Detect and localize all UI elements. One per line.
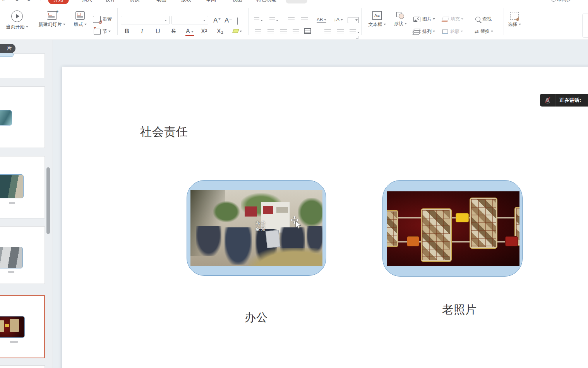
decrease-font-button[interactable]: A⁻ bbox=[225, 16, 232, 24]
tab-slideshow[interactable]: 放映 bbox=[181, 0, 191, 4]
fill-icon bbox=[441, 17, 449, 22]
bullet-list-button[interactable] bbox=[254, 17, 263, 24]
tab-special-features[interactable]: 特色功能 bbox=[256, 0, 276, 4]
numbered-list-button[interactable] bbox=[269, 17, 278, 24]
increase-indent-button[interactable] bbox=[301, 17, 308, 24]
slide-canvas[interactable]: 社会责任 办公 全景 bbox=[62, 67, 588, 368]
right-image-caption[interactable]: 老照片 bbox=[442, 302, 477, 318]
account-sync-status[interactable]: 未同步 bbox=[551, 0, 571, 3]
reset-button[interactable]: 重置 bbox=[93, 16, 112, 23]
tab-design[interactable]: 设计 bbox=[105, 0, 115, 4]
tab-animation[interactable]: 动画 bbox=[156, 0, 166, 4]
distribute-icon bbox=[304, 28, 311, 34]
slide-title[interactable]: 社会责任 bbox=[140, 124, 188, 140]
outline-button[interactable]: 轮廓 bbox=[442, 28, 463, 35]
numbered-list-icon bbox=[269, 17, 275, 22]
superscript-button[interactable]: X² bbox=[201, 28, 207, 35]
slide-thumbnail-6[interactable] bbox=[0, 365, 45, 368]
distribute-button[interactable] bbox=[304, 28, 311, 35]
increase-indent-icon bbox=[301, 17, 308, 22]
member-pill[interactable] bbox=[286, 0, 307, 3]
layout-icon bbox=[75, 11, 85, 20]
decrease-indent-icon bbox=[288, 17, 295, 22]
italic-button[interactable]: I bbox=[141, 28, 143, 35]
clear-format-button[interactable] bbox=[237, 18, 238, 25]
quick-access-dropdown-icon[interactable] bbox=[38, 0, 41, 2]
microphone-muted-icon[interactable] bbox=[540, 94, 555, 107]
speaking-label: 正在讲话: bbox=[555, 97, 581, 104]
char-spacing-button[interactable]: AB bbox=[317, 17, 326, 23]
redo-icon[interactable]: ↻ bbox=[26, 0, 31, 3]
slide-thumbnail-3[interactable] bbox=[0, 156, 45, 218]
fill-button[interactable]: 填充 bbox=[442, 16, 463, 22]
slide-thumbnail-panel: 片 bbox=[0, 40, 53, 368]
ribbon-toolbar: 当页开始 + 新建幻灯片 版式 重置 节 A⁺ A⁻ B I U S A X² … bbox=[0, 4, 588, 40]
decrease-indent-button[interactable] bbox=[288, 17, 295, 24]
old-photos-label-tag-1 bbox=[456, 213, 469, 222]
old-photos-photo[interactable] bbox=[387, 191, 519, 266]
tab-insert[interactable]: 插入 bbox=[82, 0, 92, 4]
font-size-select[interactable] bbox=[171, 16, 208, 24]
font-name-select[interactable] bbox=[121, 16, 170, 24]
picture-button[interactable]: 图片 bbox=[413, 16, 435, 22]
undo-icon[interactable]: ↺ bbox=[15, 0, 20, 3]
shape-icon bbox=[396, 12, 404, 19]
reset-icon bbox=[93, 16, 101, 23]
textbox-button[interactable]: A≡ 文本框 bbox=[366, 11, 388, 28]
sidebar-scrollbar[interactable] bbox=[46, 167, 50, 234]
select-button[interactable]: 选择 bbox=[506, 12, 523, 28]
print-preview-icon[interactable]: ⌕ bbox=[2, 0, 5, 3]
replace-button[interactable]: ⇄ 替换 bbox=[475, 28, 493, 35]
align-text-button[interactable] bbox=[348, 17, 359, 23]
align-text-icon bbox=[349, 18, 354, 22]
bold-button[interactable]: B bbox=[125, 28, 129, 35]
bullet-list-icon bbox=[254, 17, 259, 22]
justify-button[interactable] bbox=[293, 29, 299, 36]
section-button[interactable]: 节 bbox=[94, 28, 111, 35]
align-center-icon bbox=[267, 29, 274, 34]
shape-button[interactable]: 形状 bbox=[391, 12, 410, 27]
slide-thumbnail-2[interactable] bbox=[0, 86, 45, 148]
tab-home[interactable]: 开始 bbox=[48, 0, 69, 4]
align-center-button[interactable] bbox=[267, 29, 274, 36]
play-icon bbox=[11, 10, 23, 22]
start-from-current-button[interactable]: 当页开始 bbox=[2, 10, 32, 30]
highlight-button[interactable] bbox=[233, 28, 242, 34]
tab-view[interactable]: 视图 bbox=[232, 0, 242, 4]
new-slide-button[interactable]: + 新建幻灯片 bbox=[36, 11, 68, 28]
text-direction-button[interactable]: ↓A bbox=[334, 17, 343, 22]
slide-thumbnail-5-selected[interactable] bbox=[0, 295, 45, 358]
font-color-button[interactable]: A bbox=[185, 28, 194, 36]
align-right-button[interactable] bbox=[280, 29, 287, 36]
tab-bar: ⌕ ↺ ↻ 开始 插入 设计 切换 动画 放映 审阅 视图 特色功能 未同步 bbox=[0, 0, 588, 4]
picture-icon bbox=[413, 17, 420, 22]
strikethrough-button[interactable]: S bbox=[171, 28, 176, 35]
highlighter-icon bbox=[232, 29, 239, 33]
line-spacing-down-button[interactable] bbox=[337, 29, 344, 36]
line-spacing-up-button[interactable] bbox=[324, 29, 331, 36]
section-icon bbox=[94, 29, 101, 35]
tab-transition[interactable]: 切换 bbox=[130, 0, 140, 4]
select-icon bbox=[510, 12, 519, 20]
outline-icon bbox=[442, 29, 448, 34]
mouse-cursor bbox=[290, 216, 306, 233]
arrange-button[interactable]: 排列 bbox=[413, 28, 435, 35]
find-button[interactable]: 查找 bbox=[475, 16, 492, 22]
tab-review[interactable]: 审阅 bbox=[206, 0, 216, 4]
slide-thumbnail-4[interactable] bbox=[0, 226, 45, 284]
left-image-caption[interactable]: 办公 bbox=[245, 310, 268, 325]
increase-font-button[interactable]: A⁺ bbox=[213, 16, 221, 24]
old-photos-label-tag-2 bbox=[407, 236, 419, 246]
layout-button[interactable]: 版式 bbox=[70, 11, 90, 28]
slide-thumbnail-1[interactable] bbox=[0, 53, 45, 78]
align-left-button[interactable] bbox=[255, 29, 261, 36]
subscript-button[interactable]: X₂ bbox=[217, 28, 223, 35]
search-icon bbox=[475, 17, 480, 22]
old-photos-label-tag-3 bbox=[505, 236, 518, 246]
line-spacing-down-icon bbox=[337, 29, 344, 34]
old-photos-image-frame[interactable] bbox=[382, 180, 523, 277]
replace-icon: ⇄ bbox=[475, 29, 478, 34]
eraser-icon bbox=[237, 17, 238, 25]
underline-button[interactable]: U bbox=[156, 28, 160, 35]
line-spacing-button[interactable] bbox=[350, 29, 360, 36]
